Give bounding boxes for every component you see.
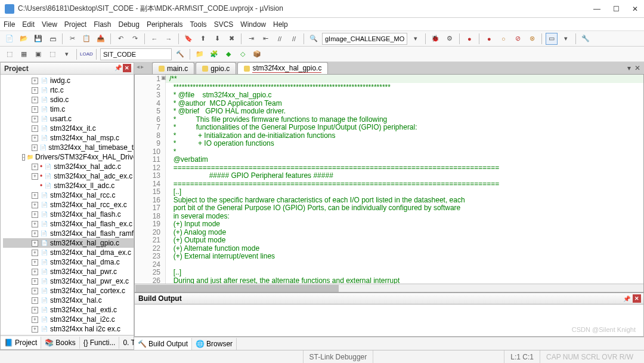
breakpoint-disable-icon[interactable]: ○: [497, 33, 509, 45]
bookmark-next-icon[interactable]: ⬇: [211, 33, 223, 45]
configure-icon[interactable]: 🔧: [580, 33, 592, 45]
options-icon[interactable]: ⚙: [444, 33, 456, 45]
menu-flash[interactable]: Flash: [94, 20, 111, 29]
menu-view[interactable]: View: [42, 20, 57, 29]
tree-item[interactable]: +•📄stm32f4xx_hal_adc.c: [3, 162, 134, 171]
find-next-icon[interactable]: ▾: [410, 33, 422, 45]
tree-item[interactable]: +📄stm32f4xx_hal_exti.c: [3, 305, 134, 315]
outdent-icon[interactable]: ⇤: [259, 33, 271, 45]
menu-window[interactable]: Window: [240, 20, 266, 29]
open-file-icon[interactable]: 📂: [18, 33, 30, 45]
code-editor[interactable]: 1/**2 **********************************…: [134, 74, 644, 293]
debug-start-icon[interactable]: ●: [463, 33, 475, 45]
nav-back-icon[interactable]: ←: [148, 33, 160, 45]
nav-fwd-icon[interactable]: →: [163, 33, 175, 45]
tree-item[interactable]: +📄tim.c: [3, 104, 134, 114]
tree-item[interactable]: +📄usart.c: [3, 114, 134, 124]
tree-item[interactable]: +📄iwdg.c: [3, 76, 134, 85]
bookmark-prev-icon[interactable]: ⬆: [197, 33, 209, 45]
tree-item[interactable]: +📄stm32f4xx_hal_cortex.c: [3, 286, 134, 296]
target-options-icon[interactable]: 🔨: [174, 48, 186, 60]
indent-icon[interactable]: ⇥: [245, 33, 257, 45]
save-all-icon[interactable]: 🗃: [47, 33, 58, 45]
menu-peripherals[interactable]: Peripherals: [147, 20, 183, 29]
menu-svcs[interactable]: SVCS: [214, 20, 234, 29]
tree-item[interactable]: +📄stm32f4xx_hal_rcc_ex.c: [3, 200, 134, 210]
tree-item[interactable]: +📄stm32f4xx_hal_flash_ramf: [3, 229, 134, 238]
pin-icon[interactable]: 📌: [623, 296, 630, 302]
tree-item[interactable]: +📄sdio.c: [3, 95, 134, 104]
menu-edit[interactable]: Edit: [22, 20, 35, 29]
target-selector[interactable]: SIT_CODE: [100, 48, 172, 60]
tree-item[interactable]: +📄stm32f4xx hal i2c ex.c: [3, 324, 134, 334]
build-output-body[interactable]: [134, 304, 644, 337]
breakpoint-killall-icon[interactable]: ⊗: [526, 33, 538, 45]
tree-item[interactable]: +📄stm32f4xx_hal_flash.c: [3, 210, 134, 219]
file-ext-icon[interactable]: 🧩: [208, 48, 220, 60]
tree-item[interactable]: +📄stm32f4xx_hal_i2c.c: [3, 315, 134, 324]
tree-item[interactable]: +📄stm32f4xx_hal_pwr_ex.c: [3, 276, 134, 286]
tree-item[interactable]: -📁Drivers/STM32F4xx_HAL_Drive: [3, 152, 134, 162]
find-combo[interactable]: gImage_CHALLENGE_MO: [322, 33, 407, 45]
tree-item[interactable]: +📄stm32f4xx_hal_rcc.c: [3, 190, 134, 200]
cut-icon[interactable]: ✂: [66, 33, 78, 45]
stop-build-icon[interactable]: ▾: [61, 48, 73, 60]
editor-tab[interactable]: stm32f4xx_hal_gpio.c: [237, 62, 328, 74]
bottom-tab-browser[interactable]: 🌐Browser: [192, 338, 237, 350]
undo-icon[interactable]: ↶: [114, 33, 126, 45]
manage-project-icon[interactable]: 📁: [194, 48, 206, 60]
maximize-button[interactable]: ☐: [612, 5, 620, 13]
horizontal-scrollbar[interactable]: [135, 284, 643, 292]
tab-scroll-right-icon[interactable]: ▸: [141, 63, 144, 70]
tab-scroll-left-icon[interactable]: ◂: [137, 63, 140, 70]
batch-build-icon[interactable]: ⬚: [47, 48, 58, 60]
layout-dropdown-icon[interactable]: ▾: [560, 33, 572, 45]
tree-item[interactable]: +📄stm32f4xx_hal_dma_ex.c: [3, 248, 134, 257]
tree-item[interactable]: +📄stm32f4xx_hal.c: [3, 296, 134, 305]
side-tab-books[interactable]: 📚Books: [41, 337, 79, 349]
save-icon[interactable]: 💾: [32, 33, 44, 45]
tab-list-icon[interactable]: ▾: [627, 64, 631, 72]
tree-item[interactable]: +•📄stm32f4xx_hal_adc_ex.c: [3, 171, 134, 181]
side-tab-project[interactable]: 📘Project: [1, 337, 41, 349]
uncomment-icon[interactable]: //: [288, 33, 300, 45]
side-tab-functi[interactable]: {}Functi...: [80, 337, 120, 349]
tree-item[interactable]: +📄rtc.c: [3, 85, 134, 95]
minimize-button[interactable]: —: [593, 5, 601, 13]
editor-tab[interactable]: gpio.c: [196, 62, 236, 74]
menu-help[interactable]: Help: [273, 20, 288, 29]
breakpoint-kill-icon[interactable]: ⊘: [512, 33, 524, 45]
tree-item[interactable]: +📄stm32f4xx_it.c: [3, 124, 134, 133]
panel-close-icon[interactable]: ✕: [633, 294, 641, 303]
tree-item[interactable]: +📄stm32f4xx_hal_dma.c: [3, 257, 134, 267]
tree-item[interactable]: +📄stm32f4xx_hal_msp.c: [3, 133, 134, 143]
tree-item[interactable]: •📄stm32f4xx_ll_adc.c: [3, 181, 134, 190]
tab-close-icon[interactable]: ✕: [634, 64, 640, 72]
tree-item[interactable]: +📄stm32f4xx_hal_gpio.c: [3, 238, 134, 248]
paste-icon[interactable]: 📥: [95, 33, 107, 45]
project-tree[interactable]: +📄iwdg.c+📄rtc.c+📄sdio.c+📄tim.c+📄usart.c+…: [1, 75, 134, 335]
pack-installer-icon[interactable]: 📦: [251, 48, 263, 60]
bottom-tab-buildoutput[interactable]: 🔨Build Output: [134, 338, 192, 350]
close-button[interactable]: ✕: [631, 5, 639, 13]
editor-tab[interactable]: main.c: [152, 62, 194, 74]
breakpoint-icon[interactable]: ●: [483, 33, 495, 45]
menu-tools[interactable]: Tools: [190, 20, 207, 29]
redo-icon[interactable]: ↷: [129, 33, 141, 45]
bookmark-clear-icon[interactable]: ✖: [225, 33, 237, 45]
find-icon[interactable]: 🔍: [308, 33, 320, 45]
menu-file[interactable]: File: [4, 20, 15, 29]
pin-icon[interactable]: 📌: [114, 64, 122, 71]
copy-icon[interactable]: 📋: [80, 33, 92, 45]
tree-item[interactable]: +📄stm32f4xx_hal_pwr.c: [3, 267, 134, 276]
download-icon[interactable]: LOAD: [80, 48, 92, 60]
build-icon[interactable]: ▦: [18, 48, 30, 60]
select-pack-icon[interactable]: ◇: [237, 48, 249, 60]
debug-config-icon[interactable]: 🐞: [429, 33, 441, 45]
tree-item[interactable]: +📄stm32f4xx_hal_flash_ex.c: [3, 219, 134, 229]
manage-rte-icon[interactable]: ◆: [222, 48, 234, 60]
menu-project[interactable]: Project: [64, 20, 86, 29]
panel-close-icon[interactable]: ✕: [123, 64, 131, 72]
window-layout-icon[interactable]: ▭: [546, 33, 558, 45]
bookmark-icon[interactable]: 🔖: [182, 33, 194, 45]
